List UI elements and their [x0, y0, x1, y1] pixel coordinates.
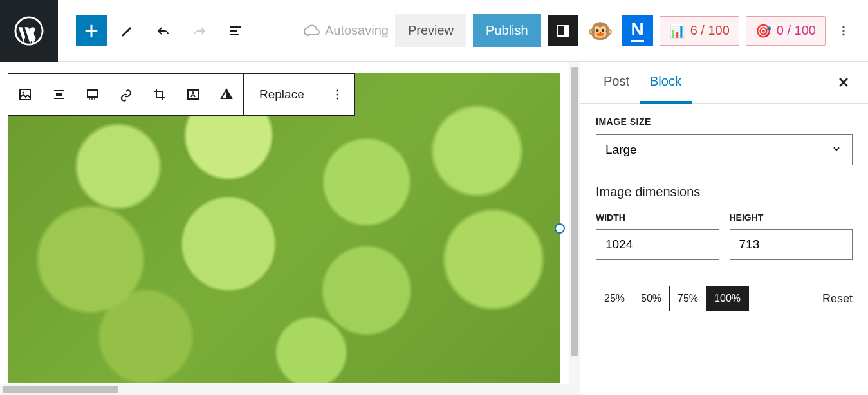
crop-button[interactable] [143, 74, 176, 115]
svg-point-16 [336, 98, 338, 100]
editor-canvas[interactable]: Replace [0, 62, 580, 395]
svg-point-7 [23, 92, 24, 94]
dimensions-heading: Image dimensions [596, 185, 853, 199]
svg-point-14 [336, 90, 338, 92]
tab-post[interactable]: Post [593, 62, 640, 104]
settings-panel-button[interactable] [548, 15, 578, 46]
svg-point-5 [842, 33, 844, 35]
percentage-buttons: 25% 50% 75% 100% [596, 286, 749, 311]
settings-sidebar: Post Block IMAGE SIZE Large Image dimens… [580, 62, 868, 395]
autosave-status: Autosaving [304, 23, 389, 39]
redo-button [184, 15, 215, 46]
svg-rect-6 [20, 89, 30, 100]
canvas-horizontal-scrollbar[interactable] [0, 384, 569, 395]
height-input[interactable] [730, 229, 853, 260]
target-icon: 🎯 [755, 23, 771, 39]
add-block-button[interactable] [76, 15, 107, 46]
svg-point-15 [336, 94, 338, 96]
wordpress-logo[interactable] [0, 0, 58, 62]
content-image[interactable] [8, 73, 560, 383]
pct-75-button[interactable]: 75% [670, 286, 706, 311]
block-toolbar: Replace [8, 73, 355, 116]
publish-button[interactable]: Publish [473, 14, 541, 47]
block-type-button[interactable] [8, 74, 42, 115]
svg-point-3 [842, 26, 844, 28]
seo-score-badge[interactable]: 📊 6 / 100 [660, 16, 739, 46]
edit-tool-button[interactable] [112, 15, 143, 46]
close-sidebar-button[interactable] [832, 71, 855, 94]
rankmath-button[interactable]: 🐵 [585, 15, 616, 46]
svg-point-10 [89, 98, 90, 100]
text-overlay-button[interactable] [176, 74, 210, 115]
svg-rect-9 [88, 90, 98, 97]
duotone-button[interactable] [210, 74, 243, 115]
link-button[interactable] [109, 74, 143, 115]
tab-block[interactable]: Block [640, 62, 692, 104]
svg-point-4 [842, 30, 844, 32]
reset-button[interactable]: Reset [822, 292, 853, 306]
svg-rect-2 [564, 26, 569, 36]
width-input[interactable] [596, 229, 719, 260]
readability-badge[interactable]: 🎯 0 / 100 [746, 16, 826, 46]
pct-100-button[interactable]: 100% [706, 286, 748, 311]
svg-point-11 [91, 98, 93, 100]
block-more-button[interactable] [320, 74, 354, 115]
width-label: WIDTH [596, 212, 719, 223]
options-menu-button[interactable] [832, 15, 855, 46]
caption-button[interactable] [76, 74, 109, 115]
plugin-n-button[interactable]: N [622, 15, 653, 46]
svg-point-12 [94, 98, 95, 100]
chevron-down-icon [830, 142, 843, 158]
pct-25-button[interactable]: 25% [596, 286, 633, 311]
image-size-select[interactable]: Large [596, 134, 853, 165]
document-outline-button[interactable] [220, 15, 251, 46]
undo-button[interactable] [148, 15, 179, 46]
replace-button[interactable]: Replace [244, 74, 320, 115]
height-label: HEIGHT [730, 212, 853, 223]
image-block[interactable] [8, 73, 560, 383]
align-button[interactable] [42, 74, 76, 115]
image-size-label: IMAGE SIZE [596, 116, 853, 127]
preview-button[interactable]: Preview [395, 14, 466, 47]
svg-rect-8 [56, 93, 62, 96]
pct-50-button[interactable]: 50% [633, 286, 670, 311]
resize-handle-right[interactable] [555, 223, 565, 234]
seo-icon: 📊 [669, 23, 685, 39]
canvas-vertical-scrollbar[interactable] [569, 62, 580, 395]
